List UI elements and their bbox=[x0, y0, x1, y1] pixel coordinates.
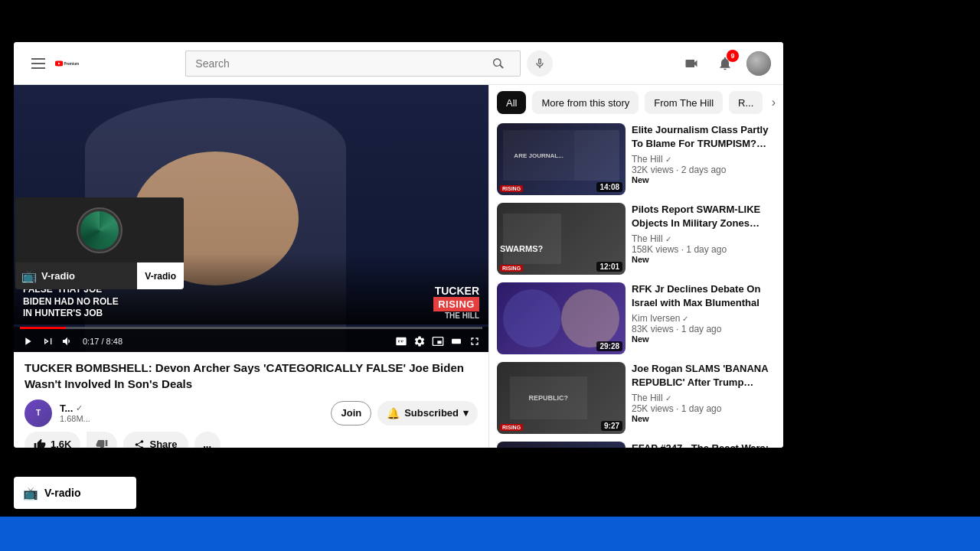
vradio-tv-icon: 📺 bbox=[21, 269, 37, 283]
vradio-bottom-tv-icon: 📺 bbox=[23, 486, 38, 500]
rec-channel-1: The Hill ✓ bbox=[632, 154, 776, 165]
channel-info: T... ✓ 1.68M... bbox=[60, 403, 90, 423]
rec-video-4[interactable]: REPUBLIC? RISING 9:27 Joe Rogan SLAMS 'B… bbox=[497, 362, 776, 434]
menu-button[interactable] bbox=[26, 51, 51, 76]
fullscreen-icon bbox=[469, 335, 481, 347]
vradio-icon bbox=[77, 207, 122, 253]
notification-badge: 9 bbox=[727, 50, 739, 62]
rec-video-5[interactable]: EFAP EFAP #247 - The React Wars: Age of … bbox=[497, 442, 776, 448]
chip-story[interactable]: More from this story bbox=[532, 91, 639, 114]
vradio-bottom-bar[interactable]: 📺 V-radio bbox=[14, 477, 136, 509]
hill-brand: THE HILL bbox=[445, 311, 479, 320]
create-button[interactable] bbox=[679, 51, 704, 76]
avatar-button[interactable] bbox=[746, 51, 771, 76]
skip-button[interactable] bbox=[40, 334, 55, 349]
channel-avatar[interactable]: T bbox=[24, 399, 52, 427]
like-button[interactable]: 1.6K bbox=[24, 432, 80, 448]
vradio-label: V-radio bbox=[41, 270, 75, 282]
vradio-bottom-label: V-radio bbox=[44, 487, 80, 499]
rec-title-5: EFAP #247 - The React Wars: Age of xQc -… bbox=[632, 442, 776, 448]
chip-all[interactable]: All bbox=[497, 91, 526, 114]
rec-info-2: Pilots Report SWARM-LIKE Objects In Mili… bbox=[632, 203, 776, 275]
rec-new-2: New bbox=[632, 255, 776, 264]
rec-duration-3: 29:28 bbox=[596, 341, 622, 351]
share-button[interactable]: Share bbox=[123, 432, 188, 448]
rec-info-5: EFAP #247 - The React Wars: Age of xQc -… bbox=[632, 442, 776, 448]
rec-thumb-5: EFAP bbox=[497, 442, 626, 448]
vradio-float-player[interactable]: 📺 V-radio V-radio bbox=[15, 197, 184, 289]
chips-chevron[interactable]: › bbox=[772, 96, 776, 109]
share-label: Share bbox=[149, 439, 177, 448]
rec-channel-2: The Hill ✓ bbox=[632, 233, 776, 244]
tucker-brand: TUCKER bbox=[435, 285, 479, 297]
user-avatar bbox=[746, 51, 771, 76]
more-dots: ... bbox=[203, 439, 211, 448]
rec-new-4: New bbox=[632, 414, 776, 423]
rec-stats-1: 32K views · 2 days ago bbox=[632, 165, 776, 175]
like-count: 1.6K bbox=[51, 439, 71, 448]
subscribe-chevron: ▾ bbox=[463, 407, 469, 419]
rec-title-1: Elite Journalism Class Partly To Blame F… bbox=[632, 123, 776, 151]
mic-icon bbox=[534, 57, 546, 70]
notifications-button[interactable]: 9 bbox=[713, 51, 737, 76]
channel-row: T T... ✓ 1.68M... Join 🔔 Subscribed bbox=[24, 399, 478, 427]
skip-icon bbox=[41, 335, 54, 347]
sidebar: All More from this story From The Hill R… bbox=[488, 85, 783, 448]
rec-video-3[interactable]: 29:28 RFK Jr Declines Debate On Israel w… bbox=[497, 282, 776, 354]
channel-subscribers: 1.68M... bbox=[60, 414, 90, 423]
rec-thumb-2: SWARMS? RISING 12:01 bbox=[497, 203, 626, 275]
progress-bar[interactable] bbox=[20, 327, 482, 329]
subscribed-label: Subscribed bbox=[404, 407, 459, 419]
search-icon bbox=[493, 57, 505, 70]
mic-button[interactable] bbox=[527, 51, 553, 77]
miniplayer-button[interactable] bbox=[430, 334, 446, 349]
chip-more[interactable]: R... bbox=[729, 91, 763, 114]
channel-name: T... bbox=[60, 403, 73, 414]
play-button[interactable] bbox=[20, 334, 35, 349]
volume-button[interactable] bbox=[60, 334, 75, 349]
video-info: TUCKER BOMBSHELL: Devon Archer Says 'CAT… bbox=[14, 352, 488, 448]
theater-button[interactable] bbox=[449, 334, 464, 349]
search-button[interactable] bbox=[478, 51, 521, 77]
rec-channel-3: Kim Iversen ✓ bbox=[632, 313, 776, 324]
miniplayer-icon bbox=[432, 335, 444, 347]
bell-icon: 🔔 bbox=[387, 407, 400, 419]
rec-duration-1: 14:08 bbox=[596, 182, 622, 192]
ticker-text: leashed and V-Radio Show. Please subscri… bbox=[0, 525, 980, 543]
rec-badge-4: RISING bbox=[500, 424, 523, 431]
rec-badge-1: RISING bbox=[500, 185, 523, 192]
join-button[interactable]: Join bbox=[331, 401, 371, 425]
rec-new-1: New bbox=[632, 175, 776, 184]
settings-button[interactable] bbox=[412, 334, 427, 349]
rec-duration-4: 9:27 bbox=[601, 421, 622, 431]
rec-thumb-3: 29:28 bbox=[497, 282, 626, 354]
hamburger-icon bbox=[28, 55, 48, 72]
volume-icon bbox=[61, 335, 74, 347]
rec-title-3: RFK Jr Declines Debate On Israel with Ma… bbox=[632, 282, 776, 310]
action-row: 1.6K Share ... bbox=[24, 432, 478, 448]
time-display: 0:17 / 8:48 bbox=[83, 337, 122, 346]
rising-badge: RISING bbox=[433, 297, 479, 311]
rec-duration-2: 12:01 bbox=[596, 262, 622, 272]
rec-badge-2: RISING bbox=[500, 265, 523, 272]
rec-video-1[interactable]: ARE JOURNAL... RISING 14:08 Elite Journa… bbox=[497, 123, 776, 195]
chip-thehill[interactable]: From The Hill bbox=[645, 91, 723, 114]
video-title: TUCKER BOMBSHELL: Devon Archer Says 'CAT… bbox=[24, 360, 478, 392]
youtube-logo[interactable]: Premium bbox=[55, 55, 80, 72]
rec-new-3: New bbox=[632, 334, 776, 344]
fullscreen-button[interactable] bbox=[467, 334, 482, 349]
progress-filled bbox=[20, 327, 66, 329]
verified-checkmark: ✓ bbox=[76, 403, 83, 413]
subtitles-button[interactable] bbox=[394, 334, 409, 349]
thumbup-icon bbox=[34, 439, 46, 448]
more-button[interactable]: ... bbox=[194, 432, 220, 448]
video-controls: 0:17 / 8:48 bbox=[14, 327, 488, 352]
rec-video-2[interactable]: SWARMS? RISING 12:01 Pilots Report SWARM… bbox=[497, 203, 776, 275]
subscribe-button[interactable]: 🔔 Subscribed ▾ bbox=[377, 401, 478, 425]
play-icon bbox=[21, 335, 34, 347]
rec-thumb-4: REPUBLIC? RISING 9:27 bbox=[497, 362, 626, 434]
dislike-button[interactable] bbox=[87, 432, 117, 448]
rec-thumb-1: ARE JOURNAL... RISING 14:08 bbox=[497, 123, 626, 195]
theater-icon bbox=[450, 335, 462, 347]
search-input[interactable] bbox=[185, 51, 478, 77]
